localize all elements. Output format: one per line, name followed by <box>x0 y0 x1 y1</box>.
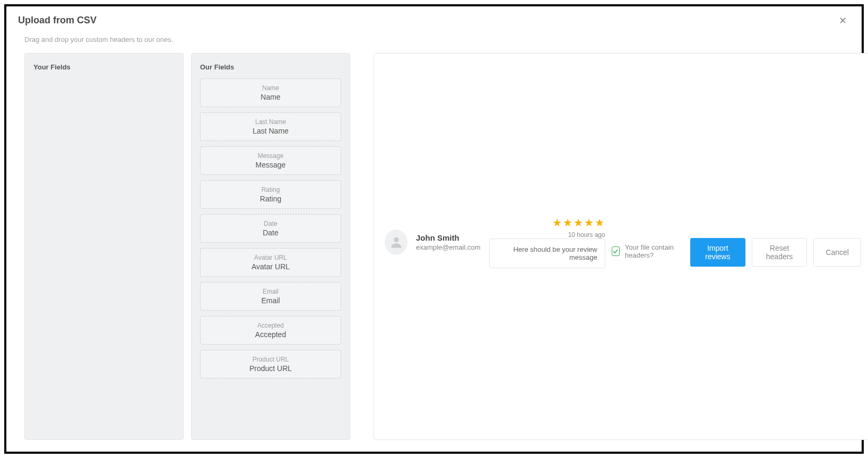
field-slot-value: Last Name <box>205 127 336 135</box>
your-fields-panel[interactable]: Your Fields <box>24 53 184 440</box>
field-slot-label: Last Name <box>205 118 336 126</box>
modal-title: Upload from CSV <box>18 15 97 26</box>
headers-checkbox-label: Your file contain headers? <box>625 243 690 259</box>
review-email: example@email.com <box>416 243 481 251</box>
field-slot-label: Name <box>205 84 336 92</box>
field-slot[interactable]: Avatar URLAvatar URL <box>200 248 341 277</box>
field-slot-value: Product URL <box>205 364 336 373</box>
field-slot-value: Email <box>205 296 336 305</box>
close-icon[interactable]: ✕ <box>836 15 850 27</box>
review-right: ★★★★★ 10 hours ago Here should be your r… <box>489 216 605 268</box>
field-slot-value: Name <box>205 93 336 101</box>
field-slot[interactable]: Last NameLast Name <box>200 112 341 141</box>
field-slot-label: Email <box>205 288 336 295</box>
header-row: Upload from CSV ✕ <box>18 15 850 36</box>
star-rating-icon: ★★★★★ <box>489 216 605 229</box>
review-message: Here should be your review message <box>489 239 605 268</box>
our-fields-title: Our Fields <box>200 63 341 71</box>
modal-frame: Upload from CSV ✕ Drag and drop your cus… <box>4 4 864 454</box>
field-slot-value: Message <box>205 161 336 169</box>
subtitle: Drag and drop your custom headers to our… <box>24 36 850 43</box>
field-slot-value: Date <box>205 228 336 237</box>
field-slot-value: Avatar URL <box>205 262 336 271</box>
review-card: John Smith example@email.com ★★★★★ 10 ho… <box>385 216 605 277</box>
avatar-icon <box>385 230 407 255</box>
field-slot-value: Accepted <box>205 330 336 339</box>
button-row: Import reviews Reset headers Cancel <box>690 238 861 267</box>
cancel-button[interactable]: Cancel <box>813 238 861 267</box>
import-reviews-button[interactable]: Import reviews <box>690 238 745 267</box>
columns-wrap: Your Fields Our Fields NameNameLast Name… <box>18 53 850 440</box>
our-fields-panel[interactable]: Our Fields NameNameLast NameLast NameMes… <box>191 53 350 440</box>
field-slot-label: Product URL <box>205 356 336 363</box>
review-time: 10 hours ago <box>489 231 605 239</box>
headers-checkbox[interactable] <box>612 246 620 256</box>
review-header: John Smith example@email.com ★★★★★ 10 ho… <box>385 216 605 268</box>
footer-row: Your file contain headers? <box>612 243 690 259</box>
field-slot-label: Rating <box>205 186 336 193</box>
field-slot-label: Avatar URL <box>205 254 336 261</box>
field-slot[interactable]: AcceptedAccepted <box>200 316 341 345</box>
reset-headers-button[interactable]: Reset headers <box>752 238 807 267</box>
field-slot[interactable]: MessageMessage <box>200 146 341 175</box>
field-slot[interactable]: NameName <box>200 78 341 107</box>
field-slot-label: Accepted <box>205 322 336 329</box>
field-slot-label: Message <box>205 152 336 160</box>
your-fields-title: Your Fields <box>33 63 175 71</box>
field-slot[interactable]: EmailEmail <box>200 282 341 311</box>
field-slot-label: Date <box>205 220 336 227</box>
review-info: John Smith example@email.com <box>416 233 481 251</box>
field-slot[interactable]: RatingRating <box>200 180 341 209</box>
review-name: John Smith <box>416 233 481 242</box>
field-slot[interactable]: DateDate <box>200 214 341 243</box>
preview-panel: John Smith example@email.com ★★★★★ 10 ho… <box>374 53 868 440</box>
svg-point-0 <box>394 237 398 242</box>
field-slot-value: Rating <box>205 195 336 203</box>
field-slot[interactable]: Product URLProduct URL <box>200 350 341 378</box>
